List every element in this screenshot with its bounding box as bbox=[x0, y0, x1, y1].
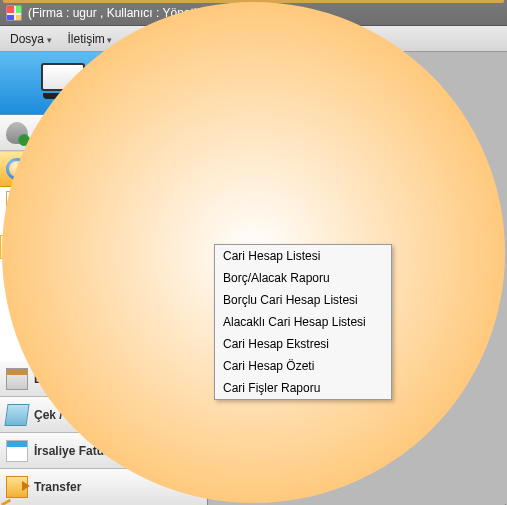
flyout-item[interactable]: Cari Hesap Listesi bbox=[215, 245, 391, 267]
flyout-item-label: Alacaklı Cari Hesap Listesi bbox=[223, 315, 366, 329]
flyout-item-label: Cari Hesap Listesi bbox=[223, 249, 320, 263]
navgroup-label: Transfer bbox=[34, 480, 81, 494]
menu-dosya[interactable]: Dosya bbox=[6, 30, 56, 48]
cari-raporlari-flyout: Cari Hesap Listesi Borç/Alacak Raporu Bo… bbox=[214, 244, 392, 400]
transfer-icon bbox=[6, 476, 28, 498]
flyout-item-label: Borç/Alacak Raporu bbox=[223, 271, 330, 285]
flyout-item[interactable]: Cari Hesap Özeti bbox=[215, 355, 391, 377]
menu-iletisim[interactable]: İletişim bbox=[64, 30, 117, 48]
cek-icon bbox=[4, 404, 29, 426]
app-window-icon bbox=[6, 5, 22, 21]
flyout-item[interactable]: Cari Fişler Raporu bbox=[215, 377, 391, 399]
flyout-item[interactable]: Cari Hesap Ekstresi bbox=[215, 333, 391, 355]
flyout-item-label: Cari Hesap Ekstresi bbox=[223, 337, 329, 351]
flyout-item-label: Borçlu Cari Hesap Listesi bbox=[223, 293, 358, 307]
stok-icon bbox=[6, 122, 28, 144]
flyout-item[interactable]: Alacaklı Cari Hesap Listesi bbox=[215, 311, 391, 333]
banka-icon bbox=[6, 368, 28, 390]
cari-sublist: Cari Kartlar Cari Fişler Cari Raporları … bbox=[0, 187, 207, 259]
flyout-item[interactable]: Borçlu Cari Hesap Listesi bbox=[215, 289, 391, 311]
flyout-item[interactable]: Borç/Alacak Raporu bbox=[215, 267, 391, 289]
report-magnifier-icon bbox=[7, 239, 23, 255]
subitem-cari-raporlari[interactable]: Cari Raporları ▶ bbox=[0, 235, 207, 259]
irsaliye-icon bbox=[6, 440, 28, 462]
flyout-item-label: Cari Fişler Raporu bbox=[223, 381, 320, 395]
flyout-item-label: Cari Hesap Özeti bbox=[223, 359, 314, 373]
sidebar: PC POS Stok Cari Cari Kartlar Cari Fişle… bbox=[0, 52, 208, 505]
